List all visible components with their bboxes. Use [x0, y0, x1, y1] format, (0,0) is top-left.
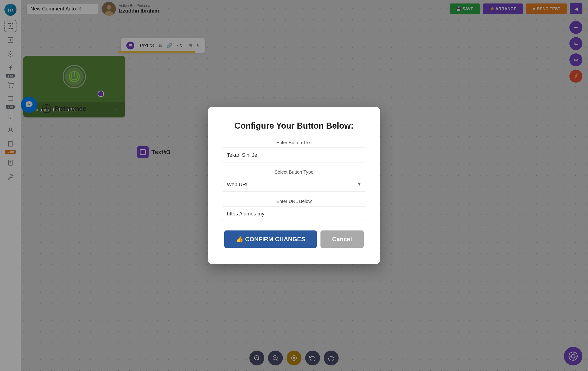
url-label: Enter URL Below: [222, 199, 366, 204]
button-type-select-wrapper: Web URL Phone Number Postback ▼: [222, 177, 366, 192]
configure-button-modal: Configure Your Button Below: Enter Butto…: [208, 107, 380, 264]
cancel-button[interactable]: Cancel: [320, 231, 363, 248]
confirm-button[interactable]: 👍 CONFIRM CHANGES: [224, 231, 317, 248]
modal-actions: 👍 CONFIRM CHANGES Cancel: [222, 231, 366, 248]
url-input[interactable]: [222, 206, 366, 221]
button-text-label: Enter Button Text: [222, 140, 366, 145]
button-type-select[interactable]: Web URL Phone Number Postback: [222, 177, 366, 192]
url-group: Enter URL Below: [222, 199, 366, 221]
button-type-label: Select Button Type: [222, 169, 366, 175]
modal-title: Configure Your Button Below:: [222, 121, 366, 131]
button-type-group: Select Button Type Web URL Phone Number …: [222, 169, 366, 192]
button-text-input[interactable]: [222, 148, 366, 163]
button-text-group: Enter Button Text: [222, 140, 366, 163]
